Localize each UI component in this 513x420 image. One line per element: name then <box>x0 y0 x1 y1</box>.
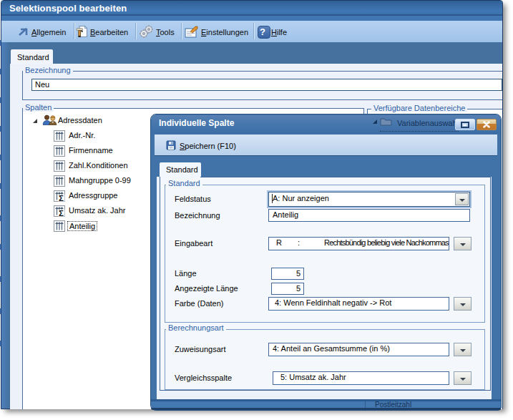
svg-text:Σ: Σ <box>59 194 64 202</box>
svg-text:Σ: Σ <box>59 209 64 218</box>
